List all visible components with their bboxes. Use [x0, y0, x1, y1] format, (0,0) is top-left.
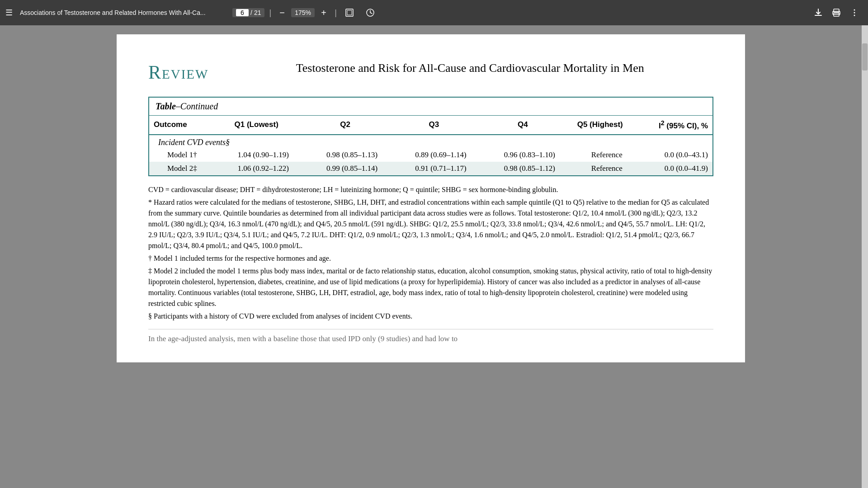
row-model1-label: Model 1† — [149, 148, 212, 162]
row-model2-i2: 0.0 (0.0–41.9) — [633, 162, 712, 175]
page-total: 21 — [254, 9, 261, 16]
download-icon — [814, 8, 823, 17]
svg-rect-3 — [834, 9, 839, 12]
history-button[interactable] — [362, 5, 378, 21]
page-number-input[interactable] — [236, 9, 249, 16]
row-model2-q1: 1.06 (0.92–1.22) — [212, 162, 301, 175]
table-title-row: Table–Continued — [149, 98, 712, 116]
row-model2-q4: 0.98 (0.85–1.12) — [478, 162, 567, 175]
table-title-suffix: –Continued — [176, 101, 218, 111]
table-row: Model 1† 1.04 (0.90–1.19) 0.98 (0.85–1.1… — [149, 148, 712, 162]
svg-point-8 — [854, 12, 855, 14]
table-title: Table–Continued — [156, 101, 218, 111]
footnote-dagger: † Model 1 included terms for the respect… — [148, 253, 713, 264]
svg-point-9 — [854, 15, 855, 16]
print-icon — [832, 8, 841, 17]
data-table: Outcome Q1 (Lowest) Q2 Q3 Q4 Q5 (Highest… — [149, 116, 712, 175]
row-model2-q3: 0.91 (0.71–1.17) — [390, 162, 478, 175]
col-q4: Q4 — [478, 116, 567, 135]
row-model2-q2: 0.99 (0.85–1.14) — [301, 162, 389, 175]
row-model1-i2: 0.0 (0.0–43.1) — [633, 148, 712, 162]
more-options-icon — [850, 8, 859, 17]
table-title-bold: Table — [156, 101, 176, 111]
col-outcome: Outcome — [149, 116, 212, 135]
separator-line-2: | — [335, 8, 337, 18]
separator-line: | — [269, 8, 271, 18]
print-button[interactable] — [828, 5, 844, 21]
scrollbar[interactable] — [862, 25, 868, 488]
toolbar-right — [810, 5, 863, 21]
footnote-abbrev: CVD = cardiovascular disease; DHT = dihy… — [148, 184, 713, 195]
row-model1-q2: 0.98 (0.85–1.13) — [301, 148, 389, 162]
row-model1-q5: Reference — [567, 148, 633, 162]
row-model1-q1: 1.04 (0.90–1.19) — [212, 148, 301, 162]
row-model1-q4: 0.96 (0.83–1.10) — [478, 148, 567, 162]
bottom-text-content: In the age-adjusted analysis, men with a… — [148, 334, 458, 343]
section-header-cell: Incident CVD events§ — [149, 135, 712, 148]
more-options-button[interactable] — [846, 5, 863, 21]
document-title: Associations of Testosterone and Related… — [20, 9, 228, 16]
table-row: Model 2‡ 1.06 (0.92–1.22) 0.99 (0.85–1.1… — [149, 162, 712, 175]
scrollbar-thumb[interactable] — [862, 43, 868, 70]
content-area: Review Testosterone and Risk for All-Cau… — [0, 25, 868, 488]
article-title: Testosterone and Risk for All-Cause and … — [226, 61, 713, 75]
history-icon — [366, 8, 375, 17]
col-q2: Q2 — [301, 116, 389, 135]
page-content: Review Testosterone and Risk for All-Cau… — [0, 25, 862, 488]
fit-page-button[interactable] — [341, 5, 358, 21]
review-label: Review — [148, 61, 208, 83]
page-control: / 21 — [232, 8, 264, 17]
footnote-asterisk: * Hazard ratios were calculated for the … — [148, 197, 713, 251]
fit-page-icon — [345, 8, 354, 17]
svg-point-7 — [854, 9, 855, 11]
svg-rect-1 — [347, 10, 352, 15]
row-model2-label: Model 2‡ — [149, 162, 212, 175]
bottom-text: In the age-adjusted analysis, men with a… — [148, 329, 713, 345]
footnote-double-dagger: ‡ Model 2 included the model 1 terms plu… — [148, 266, 713, 309]
zoom-value[interactable]: 175% — [291, 8, 315, 17]
svg-rect-0 — [346, 9, 353, 16]
menu-icon[interactable]: ☰ — [5, 8, 13, 18]
table-container: Table–Continued Outcome Q1 (Lowest) Q2 Q… — [148, 97, 713, 176]
download-button[interactable] — [810, 5, 826, 21]
zoom-in-button[interactable]: + — [317, 6, 330, 19]
page-separator: / — [250, 9, 252, 16]
paper: Review Testosterone and Risk for All-Cau… — [117, 34, 745, 362]
footnotes: CVD = cardiovascular disease; DHT = dihy… — [148, 184, 713, 322]
col-q5: Q5 (Highest) — [567, 116, 633, 135]
row-model2-q5: Reference — [567, 162, 633, 175]
review-header: Review Testosterone and Risk for All-Cau… — [148, 61, 713, 83]
col-i2: I2 (95% CI), % — [633, 116, 712, 135]
svg-point-6 — [838, 13, 839, 14]
row-model1-q3: 0.89 (0.69–1.14) — [390, 148, 478, 162]
footnote-section: § Participants with a history of CVD wer… — [148, 311, 713, 322]
col-q1: Q1 (Lowest) — [212, 116, 301, 135]
table-section-header: Incident CVD events§ — [149, 135, 712, 148]
zoom-out-button[interactable]: − — [276, 6, 288, 19]
col-i2-label: I2 (95% CI), % — [659, 122, 708, 130]
col-q3: Q3 — [390, 116, 478, 135]
table-header: Outcome Q1 (Lowest) Q2 Q3 Q4 Q5 (Highest… — [149, 116, 712, 135]
zoom-control: − 175% + — [276, 6, 330, 19]
toolbar: ☰ Associations of Testosterone and Relat… — [0, 0, 868, 25]
